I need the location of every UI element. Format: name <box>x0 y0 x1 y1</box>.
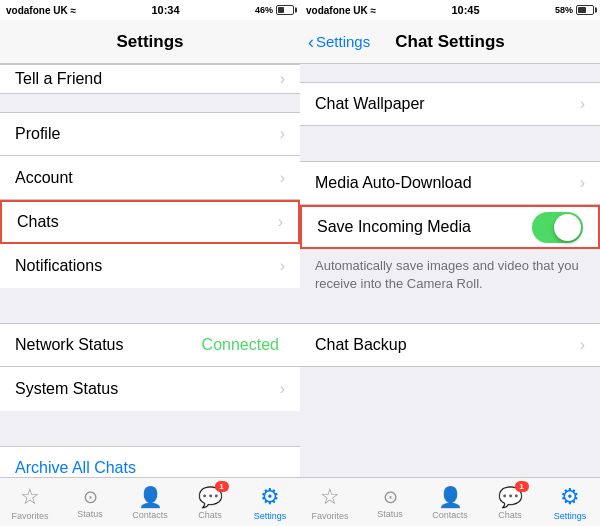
right-gap-1 <box>300 64 600 82</box>
notifications-cell[interactable]: Notifications › <box>0 244 300 288</box>
gap-2 <box>0 288 300 323</box>
left-status-label: Status <box>77 509 103 519</box>
left-tab-favorites[interactable]: ☆ Favorites <box>0 484 60 521</box>
left-settings-label: Settings <box>254 511 287 521</box>
account-chevron: › <box>280 169 285 187</box>
profile-cell[interactable]: Profile › <box>0 112 300 156</box>
tell-a-friend-partial[interactable]: Tell a Friend › <box>0 64 300 94</box>
right-battery-area: 58% <box>555 5 594 15</box>
left-panel: vodafone UK ≈ 10:34 46% Settings Tell a … <box>0 0 300 526</box>
right-status-icon: ⊙ <box>383 486 398 508</box>
right-contacts-icon: 👤 <box>438 485 463 509</box>
backup-section: Chat Backup › <box>300 323 600 367</box>
left-battery-fill <box>278 7 284 13</box>
left-time: 10:34 <box>151 4 179 16</box>
media-section: Media Auto-Download › Save Incoming Medi… <box>300 161 600 249</box>
chats-chevron: › <box>278 213 283 231</box>
left-favorites-label: Favorites <box>11 511 48 521</box>
gap-1 <box>0 94 300 112</box>
tell-a-friend-label: Tell a Friend <box>15 70 280 88</box>
chat-wallpaper-chevron: › <box>580 95 585 113</box>
chat-wallpaper-label: Chat Wallpaper <box>315 95 580 113</box>
right-settings-list: Chat Wallpaper › Media Auto-Download › S… <box>300 64 600 477</box>
right-tab-contacts[interactable]: 👤 Contacts <box>420 485 480 520</box>
left-battery-pct: 46% <box>255 5 273 15</box>
right-tab-bar: ☆ Favorites ⊙ Status 👤 Contacts 💬 1 Chat… <box>300 477 600 526</box>
save-incoming-media-cell[interactable]: Save Incoming Media <box>300 205 600 249</box>
notifications-label: Notifications <box>15 257 280 275</box>
save-incoming-description: Automatically save images and video that… <box>300 249 600 305</box>
right-battery-icon <box>576 5 594 15</box>
right-gap-3 <box>300 305 600 323</box>
network-status-value: Connected <box>202 336 279 354</box>
right-chats-icon: 💬 1 <box>498 485 523 509</box>
right-gap-2 <box>300 126 600 161</box>
right-settings-label: Settings <box>554 511 587 521</box>
media-auto-download-chevron: › <box>580 174 585 192</box>
left-chats-icon: 💬 1 <box>198 485 223 509</box>
chats-cell[interactable]: Chats › <box>0 200 300 244</box>
right-tab-favorites[interactable]: ☆ Favorites <box>300 484 360 521</box>
system-status-cell[interactable]: System Status › <box>0 367 300 411</box>
archive-all-chats-label: Archive All Chats <box>15 459 285 477</box>
left-tab-contacts[interactable]: 👤 Contacts <box>120 485 180 520</box>
left-nav-title: Settings <box>116 32 183 52</box>
gap-3 <box>0 411 300 446</box>
section-1: Profile › Account › Chats › Notification… <box>0 112 300 288</box>
system-status-chevron: › <box>280 380 285 398</box>
right-tab-chats[interactable]: 💬 1 Chats <box>480 485 540 520</box>
left-chats-badge: 1 <box>215 481 229 492</box>
chat-backup-chevron: › <box>580 336 585 354</box>
left-battery-area: 46% <box>255 5 294 15</box>
section-3: Archive All Chats Clear All Chats <box>0 446 300 477</box>
left-chats-label: Chats <box>198 510 222 520</box>
left-tab-bar: ☆ Favorites ⊙ Status 👤 Contacts 💬 1 Chat… <box>0 477 300 526</box>
toggle-thumb <box>554 214 581 241</box>
right-battery-pct: 58% <box>555 5 573 15</box>
right-favorites-icon: ☆ <box>320 484 340 510</box>
profile-label: Profile <box>15 125 280 143</box>
left-tab-chats[interactable]: 💬 1 Chats <box>180 485 240 520</box>
right-status-label: Status <box>377 509 403 519</box>
left-settings-icon: ⚙ <box>260 484 280 510</box>
chat-wallpaper-cell[interactable]: Chat Wallpaper › <box>300 82 600 126</box>
section-2: Network Status Connected System Status › <box>0 323 300 411</box>
left-carrier: vodafone UK ≈ <box>6 5 76 16</box>
left-status-bar: vodafone UK ≈ 10:34 46% <box>0 0 300 20</box>
save-incoming-media-label: Save Incoming Media <box>317 218 532 236</box>
wallpaper-section: Chat Wallpaper › <box>300 82 600 126</box>
account-label: Account <box>15 169 280 187</box>
system-status-label: System Status <box>15 380 280 398</box>
right-panel: vodafone UK ≈ 10:45 58% ‹ Settings Chat … <box>300 0 600 526</box>
network-status-cell[interactable]: Network Status Connected <box>0 323 300 367</box>
right-tab-settings[interactable]: ⚙ Settings <box>540 484 600 521</box>
left-tab-settings[interactable]: ⚙ Settings <box>240 484 300 521</box>
archive-all-chats-cell[interactable]: Archive All Chats <box>0 446 300 477</box>
left-favorites-icon: ☆ <box>20 484 40 510</box>
right-time: 10:45 <box>451 4 479 16</box>
account-cell[interactable]: Account › <box>0 156 300 200</box>
notifications-chevron: › <box>280 257 285 275</box>
right-chats-badge: 1 <box>515 481 529 492</box>
network-status-label: Network Status <box>15 336 202 354</box>
save-incoming-media-toggle[interactable] <box>532 212 583 243</box>
media-auto-download-cell[interactable]: Media Auto-Download › <box>300 161 600 205</box>
left-contacts-label: Contacts <box>132 510 168 520</box>
left-status-icon: ⊙ <box>83 486 98 508</box>
right-back-label: Settings <box>316 33 370 50</box>
left-battery-icon <box>276 5 294 15</box>
media-auto-download-label: Media Auto-Download <box>315 174 580 192</box>
profile-chevron: › <box>280 125 285 143</box>
right-settings-icon: ⚙ <box>560 484 580 510</box>
right-favorites-label: Favorites <box>311 511 348 521</box>
right-back-button[interactable]: ‹ Settings <box>308 33 370 51</box>
left-nav-bar: Settings <box>0 20 300 64</box>
right-status-bar: vodafone UK ≈ 10:45 58% <box>300 0 600 20</box>
chat-backup-label: Chat Backup <box>315 336 580 354</box>
right-nav-bar: ‹ Settings Chat Settings <box>300 20 600 64</box>
left-tab-status[interactable]: ⊙ Status <box>60 486 120 519</box>
chat-backup-cell[interactable]: Chat Backup › <box>300 323 600 367</box>
left-contacts-icon: 👤 <box>138 485 163 509</box>
right-chats-label: Chats <box>498 510 522 520</box>
right-tab-status[interactable]: ⊙ Status <box>360 486 420 519</box>
